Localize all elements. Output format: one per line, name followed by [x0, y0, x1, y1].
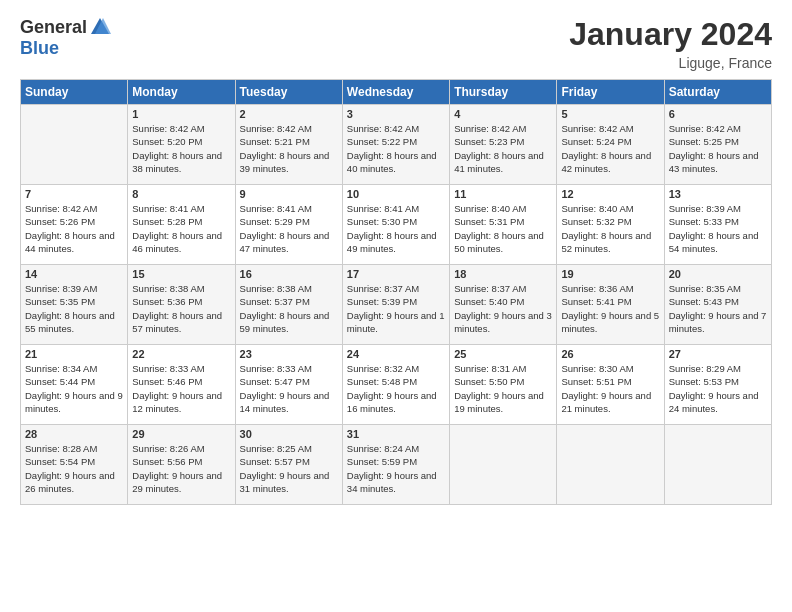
cell-info: Sunrise: 8:28 AMSunset: 5:54 PMDaylight:…: [25, 442, 123, 495]
sunset-text: Sunset: 5:41 PM: [561, 296, 631, 307]
cell-week1-day4: 4Sunrise: 8:42 AMSunset: 5:23 PMDaylight…: [450, 105, 557, 185]
day-number: 25: [454, 348, 552, 360]
cell-week1-day2: 2Sunrise: 8:42 AMSunset: 5:21 PMDaylight…: [235, 105, 342, 185]
week-row-5: 28Sunrise: 8:28 AMSunset: 5:54 PMDayligh…: [21, 425, 772, 505]
daylight-text: Daylight: 8 hours and 50 minutes.: [454, 230, 544, 254]
cell-week5-day6: [664, 425, 771, 505]
sunset-text: Sunset: 5:35 PM: [25, 296, 95, 307]
sunrise-text: Sunrise: 8:41 AM: [240, 203, 312, 214]
day-number: 30: [240, 428, 338, 440]
day-number: 10: [347, 188, 445, 200]
sunset-text: Sunset: 5:31 PM: [454, 216, 524, 227]
day-number: 17: [347, 268, 445, 280]
sunrise-text: Sunrise: 8:42 AM: [347, 123, 419, 134]
day-number: 29: [132, 428, 230, 440]
week-row-2: 7Sunrise: 8:42 AMSunset: 5:26 PMDaylight…: [21, 185, 772, 265]
sunset-text: Sunset: 5:47 PM: [240, 376, 310, 387]
daylight-text: Daylight: 8 hours and 57 minutes.: [132, 310, 222, 334]
col-tuesday: Tuesday: [235, 80, 342, 105]
cell-week3-day0: 14Sunrise: 8:39 AMSunset: 5:35 PMDayligh…: [21, 265, 128, 345]
sunrise-text: Sunrise: 8:42 AM: [669, 123, 741, 134]
day-number: 28: [25, 428, 123, 440]
cell-week2-day6: 13Sunrise: 8:39 AMSunset: 5:33 PMDayligh…: [664, 185, 771, 265]
col-sunday: Sunday: [21, 80, 128, 105]
cell-info: Sunrise: 8:42 AMSunset: 5:21 PMDaylight:…: [240, 122, 338, 175]
cell-week5-day2: 30Sunrise: 8:25 AMSunset: 5:57 PMDayligh…: [235, 425, 342, 505]
cell-week3-day6: 20Sunrise: 8:35 AMSunset: 5:43 PMDayligh…: [664, 265, 771, 345]
sunrise-text: Sunrise: 8:37 AM: [454, 283, 526, 294]
sunrise-text: Sunrise: 8:39 AM: [669, 203, 741, 214]
cell-week3-day5: 19Sunrise: 8:36 AMSunset: 5:41 PMDayligh…: [557, 265, 664, 345]
cell-info: Sunrise: 8:42 AMSunset: 5:24 PMDaylight:…: [561, 122, 659, 175]
sunset-text: Sunset: 5:57 PM: [240, 456, 310, 467]
daylight-text: Daylight: 8 hours and 49 minutes.: [347, 230, 437, 254]
logo: General Blue: [20, 16, 111, 59]
cell-info: Sunrise: 8:41 AMSunset: 5:29 PMDaylight:…: [240, 202, 338, 255]
day-number: 11: [454, 188, 552, 200]
sunrise-text: Sunrise: 8:42 AM: [454, 123, 526, 134]
daylight-text: Daylight: 8 hours and 55 minutes.: [25, 310, 115, 334]
sunset-text: Sunset: 5:22 PM: [347, 136, 417, 147]
day-number: 31: [347, 428, 445, 440]
day-number: 20: [669, 268, 767, 280]
daylight-text: Daylight: 9 hours and 3 minutes.: [454, 310, 552, 334]
day-number: 26: [561, 348, 659, 360]
location: Liguge, France: [569, 55, 772, 71]
day-number: 12: [561, 188, 659, 200]
week-row-4: 21Sunrise: 8:34 AMSunset: 5:44 PMDayligh…: [21, 345, 772, 425]
daylight-text: Daylight: 8 hours and 52 minutes.: [561, 230, 651, 254]
sunrise-text: Sunrise: 8:29 AM: [669, 363, 741, 374]
cell-week5-day4: [450, 425, 557, 505]
cell-info: Sunrise: 8:37 AMSunset: 5:39 PMDaylight:…: [347, 282, 445, 335]
sunrise-text: Sunrise: 8:38 AM: [240, 283, 312, 294]
cell-week5-day0: 28Sunrise: 8:28 AMSunset: 5:54 PMDayligh…: [21, 425, 128, 505]
day-number: 5: [561, 108, 659, 120]
month-title: January 2024: [569, 16, 772, 53]
sunset-text: Sunset: 5:24 PM: [561, 136, 631, 147]
logo-icon: [89, 16, 111, 38]
sunset-text: Sunset: 5:43 PM: [669, 296, 739, 307]
sunset-text: Sunset: 5:36 PM: [132, 296, 202, 307]
day-number: 3: [347, 108, 445, 120]
sunrise-text: Sunrise: 8:31 AM: [454, 363, 526, 374]
day-number: 23: [240, 348, 338, 360]
sunrise-text: Sunrise: 8:37 AM: [347, 283, 419, 294]
daylight-text: Daylight: 9 hours and 19 minutes.: [454, 390, 544, 414]
day-number: 27: [669, 348, 767, 360]
daylight-text: Daylight: 9 hours and 34 minutes.: [347, 470, 437, 494]
cell-week3-day4: 18Sunrise: 8:37 AMSunset: 5:40 PMDayligh…: [450, 265, 557, 345]
sunrise-text: Sunrise: 8:42 AM: [25, 203, 97, 214]
cell-week2-day2: 9Sunrise: 8:41 AMSunset: 5:29 PMDaylight…: [235, 185, 342, 265]
sunrise-text: Sunrise: 8:35 AM: [669, 283, 741, 294]
cell-week1-day3: 3Sunrise: 8:42 AMSunset: 5:22 PMDaylight…: [342, 105, 449, 185]
cell-week1-day5: 5Sunrise: 8:42 AMSunset: 5:24 PMDaylight…: [557, 105, 664, 185]
day-number: 1: [132, 108, 230, 120]
day-number: 9: [240, 188, 338, 200]
daylight-text: Daylight: 9 hours and 29 minutes.: [132, 470, 222, 494]
cell-week2-day5: 12Sunrise: 8:40 AMSunset: 5:32 PMDayligh…: [557, 185, 664, 265]
cell-info: Sunrise: 8:29 AMSunset: 5:53 PMDaylight:…: [669, 362, 767, 415]
cell-week3-day1: 15Sunrise: 8:38 AMSunset: 5:36 PMDayligh…: [128, 265, 235, 345]
sunset-text: Sunset: 5:39 PM: [347, 296, 417, 307]
daylight-text: Daylight: 8 hours and 46 minutes.: [132, 230, 222, 254]
cell-info: Sunrise: 8:32 AMSunset: 5:48 PMDaylight:…: [347, 362, 445, 415]
cell-info: Sunrise: 8:33 AMSunset: 5:47 PMDaylight:…: [240, 362, 338, 415]
day-number: 16: [240, 268, 338, 280]
logo-general-text: General: [20, 17, 87, 38]
cell-week2-day1: 8Sunrise: 8:41 AMSunset: 5:28 PMDaylight…: [128, 185, 235, 265]
sunset-text: Sunset: 5:25 PM: [669, 136, 739, 147]
sunrise-text: Sunrise: 8:28 AM: [25, 443, 97, 454]
daylight-text: Daylight: 9 hours and 31 minutes.: [240, 470, 330, 494]
sunset-text: Sunset: 5:30 PM: [347, 216, 417, 227]
sunrise-text: Sunrise: 8:42 AM: [240, 123, 312, 134]
daylight-text: Daylight: 8 hours and 43 minutes.: [669, 150, 759, 174]
sunrise-text: Sunrise: 8:40 AM: [561, 203, 633, 214]
sunrise-text: Sunrise: 8:25 AM: [240, 443, 312, 454]
daylight-text: Daylight: 9 hours and 21 minutes.: [561, 390, 651, 414]
daylight-text: Daylight: 9 hours and 16 minutes.: [347, 390, 437, 414]
cell-info: Sunrise: 8:24 AMSunset: 5:59 PMDaylight:…: [347, 442, 445, 495]
sunset-text: Sunset: 5:59 PM: [347, 456, 417, 467]
day-number: 24: [347, 348, 445, 360]
daylight-text: Daylight: 9 hours and 5 minutes.: [561, 310, 659, 334]
cell-info: Sunrise: 8:39 AMSunset: 5:33 PMDaylight:…: [669, 202, 767, 255]
